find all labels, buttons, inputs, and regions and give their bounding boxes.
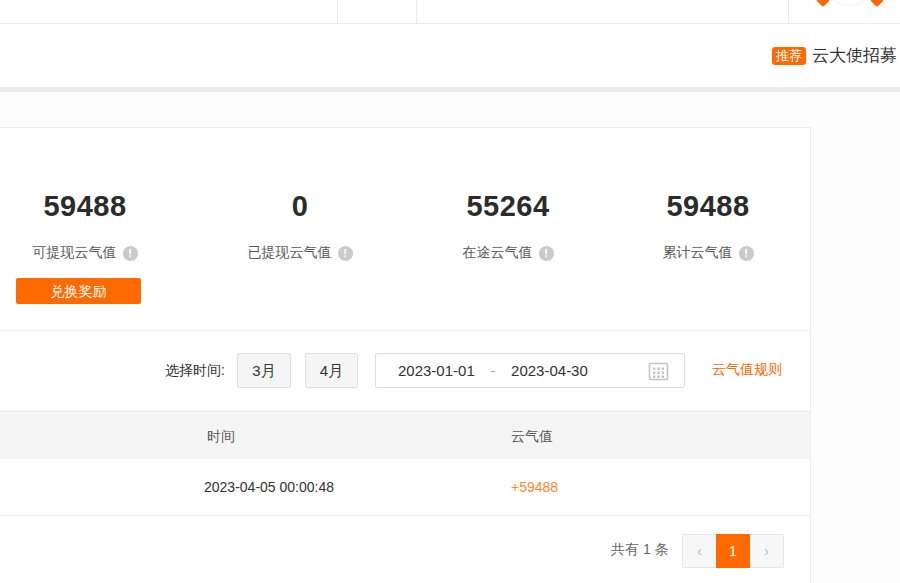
stat-value: 59488	[0, 190, 185, 223]
date-end-value[interactable]: 2023-04-30	[511, 362, 588, 379]
cell-time: 2023-04-05 00:00:48	[204, 459, 334, 515]
table-row: 2023-04-05 00:00:48 +59488	[0, 459, 810, 516]
cell-points: +59488	[511, 459, 558, 515]
mascot-icon[interactable]	[812, 0, 888, 7]
stat-value: 55264	[408, 190, 608, 223]
promo-bar: 推荐 云大使招募	[0, 24, 900, 92]
info-icon[interactable]	[123, 246, 138, 261]
stat-label-text: 已提现云气值	[248, 244, 332, 262]
stat-label: 在途云气值	[408, 244, 608, 262]
date-range-separator: -	[491, 363, 495, 378]
stat-label: 累计云气值	[608, 244, 808, 262]
info-icon[interactable]	[539, 246, 554, 261]
date-start-value[interactable]: 2023-01-01	[398, 362, 475, 379]
stat-label-text: 可提现云气值	[33, 244, 117, 262]
pagination-bar: 共有 1 条 ‹ 1 ›	[0, 516, 810, 583]
column-header-time: 时间	[207, 412, 235, 460]
month-march-button[interactable]: 3月	[237, 353, 291, 388]
stat-value: 0	[200, 190, 400, 223]
total-count-text: 共有 1 条	[611, 541, 669, 559]
redeem-reward-button[interactable]: 兑换奖励	[16, 278, 141, 304]
mascot-ear-icon	[870, 0, 884, 7]
date-range-picker[interactable]: 2023-01-01 - 2023-04-30	[375, 353, 685, 388]
stat-label-text: 累计云气值	[663, 244, 733, 262]
cloud-points-card: 59488 可提现云气值 0 已提现云气值 55264 在途云气值 59488 …	[0, 127, 811, 583]
next-page-button[interactable]: ›	[750, 534, 784, 568]
ambassador-recruit-link[interactable]: 云大使招募	[812, 44, 897, 67]
prev-page-button[interactable]: ‹	[682, 534, 716, 568]
top-nav-bar	[0, 0, 900, 24]
calendar-icon[interactable]	[648, 361, 669, 381]
stat-label-text: 在途云气值	[463, 244, 533, 262]
filter-row: 选择时间: 3月 4月 2023-01-01 - 2023-04-30 云气值规…	[0, 331, 810, 411]
info-icon[interactable]	[739, 246, 754, 261]
recommend-badge: 推荐	[772, 47, 806, 65]
table-header: 时间 云气值	[0, 411, 810, 459]
page-1-button[interactable]: 1	[716, 534, 750, 568]
nav-divider	[416, 0, 417, 23]
stat-value: 59488	[608, 190, 808, 223]
mascot-face-icon	[825, 0, 875, 5]
pager: ‹ 1 ›	[682, 534, 784, 568]
time-select-label: 选择时间:	[165, 362, 225, 380]
month-april-button[interactable]: 4月	[305, 353, 358, 388]
nav-divider	[337, 0, 338, 23]
info-icon[interactable]	[338, 246, 353, 261]
nav-divider	[788, 0, 789, 23]
stat-label: 已提现云气值	[200, 244, 400, 262]
mascot-ear-icon	[816, 0, 830, 7]
points-rules-link[interactable]: 云气值规则	[712, 361, 782, 379]
column-header-points: 云气值	[511, 412, 553, 460]
stats-section: 59488 可提现云气值 0 已提现云气值 55264 在途云气值 59488 …	[0, 128, 810, 331]
stat-label: 可提现云气值	[0, 244, 185, 262]
